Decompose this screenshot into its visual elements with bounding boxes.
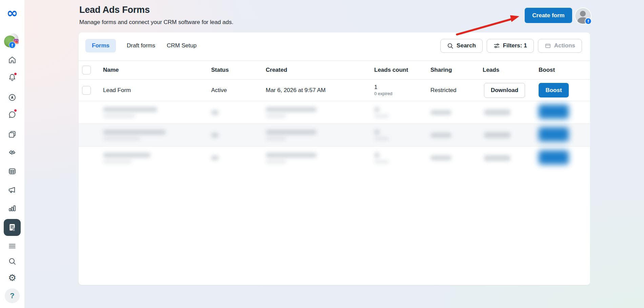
column-header-status: Status: [211, 67, 266, 73]
notification-dot: [14, 109, 17, 112]
redacted-created: [266, 130, 317, 135]
redacted-count: [374, 130, 380, 135]
filters-button[interactable]: Filters: 1: [487, 39, 534, 53]
redacted-boost-button[interactable]: [539, 127, 569, 141]
redacted-name: [103, 153, 150, 158]
table-header-row: Name Status Created Leads count Sharing …: [79, 61, 590, 80]
redacted-name: [103, 107, 157, 112]
sidebar: ∞ f: [0, 0, 24, 308]
form-name: Lead Form: [103, 87, 211, 94]
tab-crm-setup[interactable]: CRM Setup: [166, 39, 197, 52]
boosts-compass-icon[interactable]: [8, 93, 17, 102]
forms-panel: Forms Draft forms CRM Setup Search Filte…: [79, 32, 590, 285]
leads-count: 1: [374, 84, 430, 91]
redacted-sharing: [430, 110, 451, 115]
column-header-name: Name: [103, 67, 211, 73]
page-title: Lead Ads Forms: [79, 5, 150, 15]
table-row-blurred: [79, 147, 590, 169]
insights-chart-icon[interactable]: [8, 204, 17, 213]
table-row: Lead Form Active Mar 6, 2026 at 9:57 AM …: [79, 80, 590, 101]
forms-table: Name Status Created Leads count Sharing …: [79, 61, 590, 169]
download-button[interactable]: Download: [484, 83, 525, 98]
form-created: Mar 6, 2026 at 9:57 AM: [266, 87, 374, 94]
redacted-name: [103, 130, 166, 135]
filters-sliders-icon: [494, 43, 500, 49]
search-button-label: Search: [457, 42, 476, 49]
user-avatar[interactable]: f: [575, 8, 591, 24]
notification-dot: [14, 72, 17, 75]
redacted-sharing: [430, 133, 451, 138]
account-switcher[interactable]: f: [3, 32, 21, 50]
page-subtitle: Manage forms and connect your CRM softwa…: [79, 19, 234, 26]
redacted-download-button[interactable]: [484, 109, 510, 115]
filters-button-label: Filters: 1: [503, 42, 527, 49]
form-sharing: Restricted: [430, 87, 483, 94]
redacted-status: [211, 155, 219, 160]
meta-logo[interactable]: ∞: [0, 6, 24, 20]
search-icon: [447, 43, 454, 49]
actions-archive-icon: [545, 43, 551, 49]
actions-button[interactable]: Actions: [538, 39, 582, 53]
tab-forms[interactable]: Forms: [85, 39, 116, 52]
table-row-blurred: [79, 101, 590, 124]
table-row-blurred: [79, 124, 590, 147]
menu-hamburger-icon[interactable]: [8, 242, 17, 250]
redacted-count: [374, 107, 380, 112]
redacted-count: [374, 153, 380, 158]
create-form-button[interactable]: Create form: [525, 8, 572, 23]
column-header-sharing: Sharing: [430, 67, 483, 73]
redacted-download-button[interactable]: [484, 155, 510, 161]
row-checkbox[interactable]: [82, 86, 91, 95]
redacted-created: [266, 153, 317, 158]
leads-expired: 0 expired: [374, 91, 430, 96]
ads-megaphone-icon[interactable]: [8, 185, 17, 194]
column-header-boost: Boost: [539, 67, 590, 73]
column-header-leads-count: Leads count: [374, 67, 430, 73]
toolbar: Forms Draft forms CRM Setup Search Filte…: [85, 38, 582, 53]
facebook-badge-icon: f: [585, 18, 592, 25]
billing-table-icon[interactable]: [8, 167, 17, 176]
column-header-created: Created: [266, 67, 374, 73]
help-button[interactable]: ?: [5, 288, 20, 303]
tab-draft-forms[interactable]: Draft forms: [126, 39, 156, 52]
tab-bar: Forms Draft forms CRM Setup: [85, 39, 197, 52]
boost-button[interactable]: Boost: [539, 83, 569, 97]
redacted-boost-button[interactable]: [539, 150, 569, 164]
pages-windows-icon[interactable]: [8, 130, 17, 139]
home-icon[interactable]: [8, 56, 17, 64]
search-icon[interactable]: [8, 257, 17, 266]
redacted-status: [211, 133, 219, 138]
sidebar-item-leads-forms-active[interactable]: [4, 219, 21, 236]
redacted-sharing: [430, 155, 451, 160]
redacted-download-button[interactable]: [484, 132, 510, 138]
settings-gear-icon[interactable]: ⚙: [8, 273, 17, 282]
search-button[interactable]: Search: [440, 39, 483, 53]
redacted-status: [211, 110, 219, 115]
column-header-leads: Leads: [483, 67, 539, 73]
partnerships-handshake-icon[interactable]: [8, 148, 17, 157]
redacted-boost-button[interactable]: [539, 105, 569, 119]
form-status: Active: [211, 87, 266, 94]
form-person-icon: [7, 223, 17, 232]
facebook-badge-icon: f: [9, 42, 16, 48]
redacted-created: [266, 107, 317, 112]
select-all-checkbox[interactable]: [82, 66, 91, 74]
actions-button-label: Actions: [554, 42, 575, 49]
